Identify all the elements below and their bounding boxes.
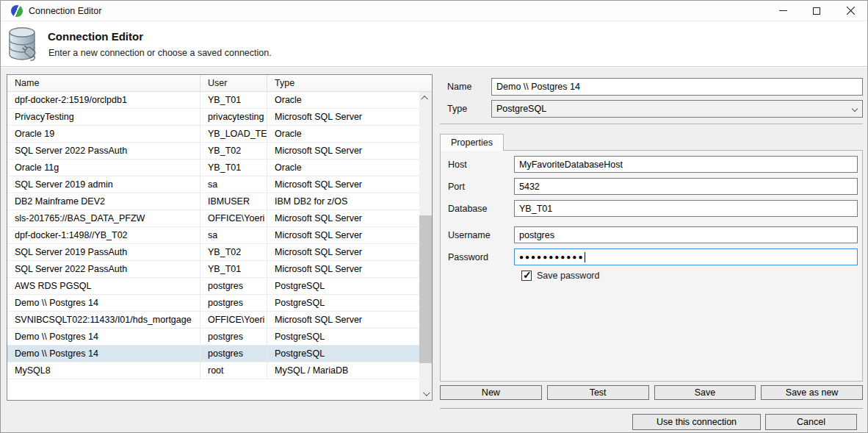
action-button[interactable]: Save as new bbox=[761, 385, 863, 400]
action-buttons: New Test Save Save as new bbox=[440, 385, 863, 400]
port-input[interactable]: 5432 bbox=[514, 178, 858, 195]
tab-properties[interactable]: Properties bbox=[440, 134, 504, 151]
cell-user: YB_T01 bbox=[200, 92, 267, 108]
cell-name: AWS RDS PGSQL bbox=[7, 278, 200, 294]
cell-name: SVNIBCSQLT022:11433/I01/hds_mortgage bbox=[7, 312, 200, 328]
cell-type: Microsoft SQL Server bbox=[267, 210, 419, 226]
table-row[interactable]: sls-201765://BAS_DATA_PFZW OFFICE\Yoeri … bbox=[7, 210, 419, 227]
host-input[interactable]: MyFavoriteDatabaseHost bbox=[514, 156, 858, 173]
username-label: Username bbox=[448, 230, 514, 240]
type-select-value: PostgreSQL bbox=[496, 104, 546, 114]
column-header-name[interactable]: Name bbox=[7, 75, 200, 91]
cancel-button[interactable]: Cancel bbox=[765, 414, 857, 430]
chevron-down-icon bbox=[852, 106, 858, 112]
app-logo-icon bbox=[11, 5, 23, 17]
divider bbox=[440, 124, 863, 124]
table-row[interactable]: DB2 Mainframe DEV2 IBMUSER IBM DB2 for z… bbox=[7, 193, 419, 210]
cell-name: SQL Server 2022 PassAuth bbox=[7, 261, 200, 277]
host-label: Host bbox=[448, 160, 514, 170]
table-row[interactable]: dpf-docker-2:1519/orclpdb1 YB_T01 Oracle bbox=[7, 92, 419, 109]
close-button[interactable] bbox=[833, 1, 867, 21]
table-header: Name User Type bbox=[7, 75, 432, 92]
password-input[interactable]: ●●●●●●●●●●● bbox=[514, 248, 858, 265]
password-label: Password bbox=[448, 252, 514, 262]
cell-user: YB_T02 bbox=[200, 244, 267, 260]
cell-name: dpf-docker-2:1519/orclpdb1 bbox=[7, 92, 200, 108]
table-row[interactable]: SQL Server 2022 PassAuth YB_T02 Microsof… bbox=[7, 143, 419, 160]
type-select[interactable]: PostgreSQL bbox=[491, 100, 863, 118]
cell-user: YB_T02 bbox=[200, 143, 267, 159]
cell-name: SQL Server 2019 admin bbox=[7, 176, 200, 193]
save-password-checkbox[interactable] bbox=[521, 271, 532, 281]
table-body: dpf-docker-2:1519/orclpdb1 YB_T01 Oracle… bbox=[7, 92, 419, 400]
cell-type: PostgreSQL bbox=[267, 278, 419, 294]
column-header-user[interactable]: User bbox=[200, 75, 267, 91]
cell-type: PostgreSQL bbox=[267, 329, 419, 345]
database-input[interactable]: YB_T01 bbox=[514, 200, 858, 217]
cell-name: Demo \\ Postgres 14 bbox=[7, 329, 200, 345]
table-row[interactable]: PrivacyTesting privacytesting Microsoft … bbox=[7, 109, 419, 126]
table-row[interactable]: SQL Server 2022 PassAuth YB_T01 Microsof… bbox=[7, 261, 419, 278]
scrollbar-thumb[interactable] bbox=[419, 215, 432, 363]
cell-type: Oracle bbox=[267, 126, 419, 142]
cell-user: OFFICE\Yoeri bbox=[200, 210, 267, 226]
cell-user: root bbox=[200, 362, 267, 379]
maximize-button[interactable] bbox=[800, 1, 833, 21]
cell-type: Oracle bbox=[267, 92, 419, 108]
connections-table: Name User Type dpf-docker-2:1519/orclpdb… bbox=[7, 74, 433, 401]
properties-group: Host MyFavoriteDatabaseHost Port 5432 Da… bbox=[440, 150, 863, 382]
cell-user: postgres bbox=[200, 278, 267, 294]
cell-name: dpf-docker-1:1498//YB_T02 bbox=[7, 227, 200, 243]
name-label: Name bbox=[440, 82, 491, 92]
cell-type: Microsoft SQL Server bbox=[267, 176, 419, 193]
table-row[interactable]: SVNIBCSQLT022:11433/I01/hds_mortgage OFF… bbox=[7, 312, 419, 329]
table-row[interactable]: AWS RDS PGSQL postgres PostgreSQL bbox=[7, 278, 419, 295]
database-label: Database bbox=[448, 204, 514, 214]
table-row[interactable]: SQL Server 2019 admin sa Microsoft SQL S… bbox=[7, 176, 419, 193]
cell-user: postgres bbox=[200, 346, 267, 362]
table-row[interactable]: SQL Server 2019 PassAuth YB_T02 Microsof… bbox=[7, 244, 419, 261]
cell-type: PostgreSQL bbox=[267, 295, 419, 311]
footer-buttons: Use this connection Cancel bbox=[632, 414, 857, 430]
title-bar: Connection Editor bbox=[1, 1, 867, 21]
cell-user: YB_T01 bbox=[200, 261, 267, 277]
header-banner: Connection Editor Enter a new connection… bbox=[1, 21, 867, 67]
scroll-up-icon[interactable] bbox=[419, 92, 432, 104]
type-label: Type bbox=[440, 104, 491, 114]
connection-editor-panel: Name Demo \\ Postgres 14 Type PostgreSQL… bbox=[440, 68, 863, 432]
cell-type: MySQL / MariaDB bbox=[267, 362, 419, 379]
username-input[interactable]: postgres bbox=[514, 226, 858, 243]
cell-user: postgres bbox=[200, 295, 267, 311]
scroll-down-icon[interactable] bbox=[419, 387, 432, 400]
page-title: Connection Editor bbox=[48, 30, 143, 43]
table-row[interactable]: Demo \\ Postgres 14 postgres PostgreSQL bbox=[7, 329, 419, 346]
table-row[interactable]: Demo \\ Postgres 14 postgres PostgreSQL bbox=[7, 346, 419, 362]
cell-type: Microsoft SQL Server bbox=[267, 261, 419, 277]
table-row[interactable]: Oracle 19 YB_LOAD_TEST Oracle bbox=[7, 126, 419, 143]
save-password-row: Save password bbox=[521, 271, 858, 281]
page-subtitle: Enter a new connection or choose a saved… bbox=[48, 48, 272, 58]
cell-name: SQL Server 2019 PassAuth bbox=[7, 244, 200, 260]
cell-name: Oracle 19 bbox=[7, 126, 200, 142]
table-scrollbar[interactable] bbox=[419, 92, 432, 400]
cell-user: postgres bbox=[200, 329, 267, 345]
cell-name: Oracle 11g bbox=[7, 160, 200, 176]
table-row[interactable]: MySQL8 root MySQL / MariaDB bbox=[7, 362, 419, 379]
cell-name: Demo \\ Postgres 14 bbox=[7, 295, 200, 311]
cell-name: Demo \\ Postgres 14 bbox=[7, 346, 200, 362]
action-button[interactable]: New bbox=[440, 385, 542, 400]
minimize-button[interactable] bbox=[766, 1, 800, 21]
save-password-label: Save password bbox=[537, 271, 599, 281]
table-row[interactable]: Demo \\ Postgres 14 postgres PostgreSQL bbox=[7, 295, 419, 312]
use-connection-button[interactable]: Use this connection bbox=[632, 414, 761, 430]
column-header-type[interactable]: Type bbox=[267, 75, 432, 91]
table-row[interactable]: dpf-docker-1:1498//YB_T02 sa Microsoft S… bbox=[7, 227, 419, 244]
cell-name: sls-201765://BAS_DATA_PFZW bbox=[7, 210, 200, 226]
cell-type: IBM DB2 for z/OS bbox=[267, 193, 419, 210]
action-button[interactable]: Test bbox=[547, 385, 649, 400]
port-label: Port bbox=[448, 182, 514, 192]
name-input[interactable]: Demo \\ Postgres 14 bbox=[491, 78, 863, 96]
table-row[interactable]: Oracle 11g YB_T01 Oracle bbox=[7, 160, 419, 176]
action-button[interactable]: Save bbox=[654, 385, 756, 400]
cell-user: YB_LOAD_TEST bbox=[200, 126, 267, 142]
